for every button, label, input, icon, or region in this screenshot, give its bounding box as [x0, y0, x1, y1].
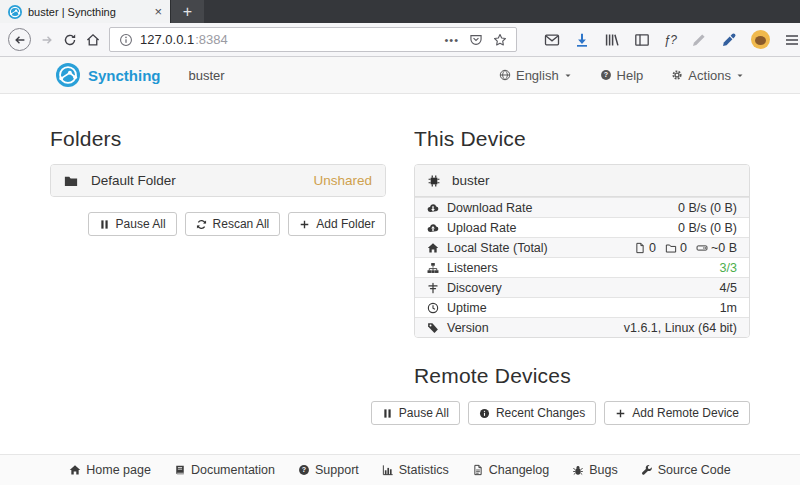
footer-statistics-link[interactable]: Statistics [382, 463, 449, 477]
pocket-icon[interactable] [469, 33, 483, 47]
folders-section: Folders Default Folder Unshared Pause Al… [50, 127, 386, 425]
email-extension-icon[interactable] [544, 32, 560, 48]
actions-menu[interactable]: Actions [671, 68, 744, 83]
this-device-panel: buster Download Rate 0 B/s (0 B) Upload … [414, 164, 750, 338]
footer-bugs-link[interactable]: Bugs [572, 463, 618, 477]
device-row-listeners: Listeners 3/3 [415, 257, 749, 277]
file-icon [634, 242, 646, 254]
chevron-down-icon [564, 73, 572, 78]
help-menu[interactable]: Help [600, 68, 644, 83]
wrench-icon [641, 464, 653, 476]
folder-outline-icon [665, 242, 677, 254]
device-row-uptime: Uptime 1m [415, 297, 749, 317]
version-value: v1.6.1, Linux (64 bit) [624, 321, 737, 335]
hdd-icon [696, 242, 708, 254]
syncthing-favicon-icon [8, 5, 22, 19]
discovery-stream-icon [427, 282, 439, 294]
eyedropper-icon[interactable] [721, 32, 737, 48]
site-info-icon[interactable] [119, 33, 133, 47]
folders-heading: Folders [50, 127, 386, 151]
url-bar[interactable]: 127.0.0.1 :8384 ••• [109, 27, 517, 52]
browser-tab[interactable]: buster | Syncthing × [0, 0, 170, 23]
microchip-icon [427, 174, 441, 188]
listeners-value: 3/3 [720, 261, 737, 275]
sidebar-toggle-icon[interactable] [634, 32, 650, 48]
question-circle-icon [298, 464, 310, 476]
question-circle-icon [600, 69, 612, 81]
syncthing-brand[interactable]: Syncthing [56, 63, 161, 87]
file-alt-icon [472, 464, 484, 476]
tab-close-icon[interactable]: × [154, 5, 162, 18]
folder-panel: Default Folder Unshared [50, 164, 386, 197]
menu-hamburger-icon[interactable] [784, 32, 800, 48]
add-remote-device-button[interactable]: Add Remote Device [604, 401, 750, 425]
folder-name: Default Folder [91, 173, 176, 188]
footer-source-code-link[interactable]: Source Code [641, 463, 731, 477]
browser-window: buster | Syncthing × + 127.0.0.1 :8384 •… [0, 0, 800, 485]
home-button[interactable] [86, 33, 100, 47]
footer-changelog-link[interactable]: Changelog [472, 463, 549, 477]
pause-all-folders-button[interactable]: Pause All [88, 212, 177, 236]
device-name: buster [452, 173, 490, 188]
download-rate-value: 0 B/s (0 B) [678, 201, 737, 215]
reload-button[interactable] [63, 33, 77, 47]
pause-icon [382, 408, 393, 419]
plus-icon [299, 219, 310, 230]
reload-icon [63, 33, 77, 47]
home-icon [69, 464, 81, 476]
edit-pencil-icon[interactable] [691, 32, 707, 48]
home-icon [427, 242, 439, 254]
bookmark-star-icon[interactable] [493, 33, 507, 47]
pause-icon [99, 219, 110, 230]
add-folder-button[interactable]: Add Folder [288, 212, 386, 236]
brand-name: Syncthing [88, 67, 161, 84]
syncthing-navbar: Syncthing buster English Help Actions [0, 57, 800, 94]
clock-icon [427, 302, 439, 314]
bug-icon [572, 464, 584, 476]
device-section: This Device buster Download Rate 0 B/s (… [414, 127, 750, 425]
footer-documentation-link[interactable]: Documentation [174, 463, 275, 477]
plus-icon [615, 408, 626, 419]
folder-row-default[interactable]: Default Folder Unshared [51, 165, 385, 196]
page-actions-icon[interactable]: ••• [444, 34, 459, 46]
syncthing-logo-icon [56, 63, 80, 87]
rescan-all-button[interactable]: Rescan All [185, 212, 281, 236]
local-files-count: 0 [649, 241, 656, 255]
footer-home-page-link[interactable]: Home page [69, 463, 151, 477]
extension-fx-icon[interactable]: ƒ? [664, 33, 677, 47]
tab-title: buster | Syncthing [28, 6, 148, 18]
new-tab-button[interactable]: + [170, 0, 204, 23]
chevron-down-icon [736, 73, 744, 78]
pause-all-devices-button[interactable]: Pause All [371, 401, 460, 425]
forward-button[interactable] [40, 33, 54, 47]
browser-toolbar: 127.0.0.1 :8384 ••• ƒ? [0, 23, 800, 57]
discovery-value: 4/5 [720, 281, 737, 295]
url-port: :8384 [195, 32, 228, 47]
local-size-value: ~0 B [711, 241, 737, 255]
upload-rate-value: 0 B/s (0 B) [678, 221, 737, 235]
sitemap-icon [427, 262, 439, 274]
device-row-version: Version v1.6.1, Linux (64 bit) [415, 317, 749, 337]
home-icon [86, 33, 100, 47]
device-row-upload-rate: Upload Rate 0 B/s (0 B) [415, 217, 749, 237]
language-menu[interactable]: English [499, 68, 572, 83]
url-host: 127.0.0.1 [140, 32, 194, 47]
downloads-icon[interactable] [574, 32, 590, 48]
back-arrow-icon [13, 33, 27, 47]
recent-changes-button[interactable]: Recent Changes [468, 401, 596, 425]
this-device-heading: This Device [414, 127, 750, 151]
chart-bar-icon [382, 464, 394, 476]
profile-avatar[interactable] [751, 30, 770, 49]
remote-devices-heading: Remote Devices [414, 364, 750, 388]
uptime-value: 1m [720, 301, 737, 315]
device-header-row[interactable]: buster [415, 165, 749, 197]
back-button[interactable] [8, 28, 31, 51]
device-row-discovery: Discovery 4/5 [415, 277, 749, 297]
book-icon [174, 464, 186, 476]
gear-icon [671, 69, 683, 81]
library-icon[interactable] [604, 32, 620, 48]
info-circle-icon [479, 408, 490, 419]
footer-support-link[interactable]: Support [298, 463, 359, 477]
globe-icon [499, 69, 511, 81]
device-row-download-rate: Download Rate 0 B/s (0 B) [415, 197, 749, 217]
